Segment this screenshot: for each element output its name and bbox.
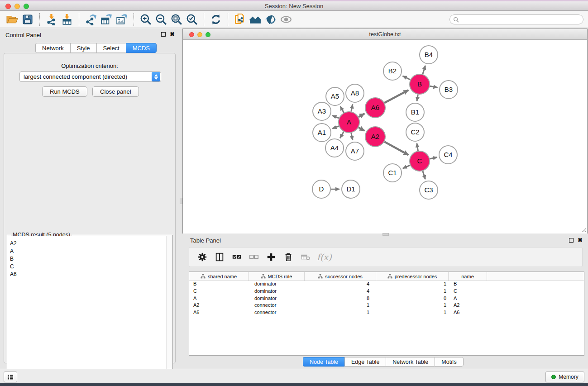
graph-node-A5[interactable]: A5: [326, 87, 344, 105]
graph-edge[interactable]: [359, 114, 364, 117]
graph-edge[interactable]: [423, 66, 425, 74]
mcds-result-item[interactable]: A: [8, 247, 166, 255]
float-panel-icon[interactable]: [569, 238, 574, 243]
network-window-titlebar[interactable]: testGlobe.txt: [183, 29, 587, 40]
graph-edge[interactable]: [359, 128, 364, 131]
refresh-view-button[interactable]: [208, 13, 224, 26]
import-network-button[interactable]: [44, 13, 59, 26]
graph-edge[interactable]: [430, 157, 437, 159]
save-session-button[interactable]: [20, 13, 35, 26]
graph-node-C4[interactable]: C4: [439, 146, 457, 164]
network-zoom-button[interactable]: [206, 32, 210, 37]
mcds-result-item[interactable]: B: [8, 255, 166, 262]
show-eye-button[interactable]: [278, 13, 294, 26]
graph-node-C[interactable]: C: [410, 151, 430, 171]
clone-network-button[interactable]: [232, 13, 248, 26]
table-settings-button[interactable]: [194, 249, 211, 265]
mcds-result-item[interactable]: A2: [8, 239, 166, 247]
graph-edge[interactable]: [430, 86, 438, 87]
graph-node-C3[interactable]: C3: [420, 181, 438, 199]
graph-edge[interactable]: [332, 115, 339, 118]
show-columns-button[interactable]: [211, 249, 228, 265]
graph-node-C1[interactable]: C1: [383, 164, 402, 182]
home-layout-button[interactable]: [248, 13, 263, 26]
graph-node-D[interactable]: D: [312, 180, 330, 198]
graph-node-B[interactable]: B: [410, 74, 430, 94]
close-panel-icon[interactable]: ✖: [170, 32, 175, 37]
mcds-result-item[interactable]: A6: [8, 271, 166, 278]
graph-node-A7[interactable]: A7: [346, 142, 364, 160]
graph-edge[interactable]: [423, 171, 425, 179]
delete-table-button[interactable]: [297, 249, 314, 265]
zoom-fit-button[interactable]: [169, 13, 184, 26]
add-column-button[interactable]: [263, 249, 280, 265]
column-header-successor-nodes[interactable]: successor nodes: [305, 272, 376, 281]
table-row[interactable]: Cdominator41C: [189, 288, 584, 295]
select-all-button[interactable]: [228, 249, 245, 265]
graph-node-A[interactable]: A: [339, 112, 359, 133]
criterion-select[interactable]: largest connected component (directed): [19, 71, 161, 82]
graph-edge[interactable]: [340, 132, 344, 138]
graph-edge[interactable]: [403, 76, 411, 80]
graph-edge[interactable]: [351, 133, 353, 140]
tab-style[interactable]: Style: [70, 43, 96, 53]
search-input[interactable]: [461, 16, 583, 23]
export-network-button[interactable]: [83, 13, 99, 26]
graph-node-A6[interactable]: A6: [365, 98, 385, 118]
graph-edge[interactable]: [340, 106, 344, 113]
graph-node-D1[interactable]: D1: [342, 180, 360, 198]
column-header-predecessor-nodes[interactable]: predecessor nodes: [376, 272, 449, 281]
graph-node-B1[interactable]: B1: [406, 103, 424, 121]
run-mcds-button[interactable]: Run MCDS: [42, 86, 87, 97]
network-canvas[interactable]: AA1A3A5A8A4A7A6A2BB2B4B3B1CC2C1C3C4DD1: [183, 40, 587, 234]
column-header-name[interactable]: name: [449, 272, 487, 281]
graph-edge[interactable]: [417, 95, 418, 101]
table-row[interactable]: A6connector11A6: [189, 310, 584, 317]
export-image-button[interactable]: [114, 13, 129, 26]
export-table-button[interactable]: [99, 13, 114, 26]
graph-edge[interactable]: [351, 104, 353, 111]
network-minimize-button[interactable]: [197, 32, 202, 37]
tab-motifs[interactable]: Motifs: [435, 357, 463, 367]
graph-node-A2[interactable]: A2: [365, 127, 385, 147]
network-close-button[interactable]: [189, 32, 194, 37]
table-row[interactable]: A2connector11A2: [189, 302, 584, 310]
graph-node-B2[interactable]: B2: [383, 62, 402, 80]
column-header-shared-name[interactable]: shared name: [189, 272, 249, 281]
zoom-in-button[interactable]: [138, 13, 153, 26]
table-row[interactable]: Bdominator41B: [189, 281, 584, 288]
tab-network[interactable]: Network: [35, 43, 70, 53]
graph-edge[interactable]: [417, 143, 418, 151]
graph-node-A1[interactable]: A1: [313, 124, 331, 142]
mcds-result-item[interactable]: C: [8, 263, 166, 271]
tab-mcds[interactable]: MCDS: [126, 43, 157, 53]
tab-edge-table[interactable]: Edge Table: [344, 357, 386, 367]
graph-node-A8[interactable]: A8: [346, 84, 364, 102]
splitter-handle[interactable]: [180, 198, 182, 204]
tab-node-table[interactable]: Node Table: [303, 357, 344, 367]
scrollbar-track[interactable]: [166, 236, 172, 386]
memory-button[interactable]: Memory: [545, 372, 584, 382]
hide-eye-button[interactable]: [263, 13, 278, 26]
close-panel-icon[interactable]: ✖: [578, 238, 583, 243]
tab-network-table[interactable]: Network Table: [386, 357, 435, 367]
graph-edge[interactable]: [384, 142, 408, 155]
float-panel-icon[interactable]: [161, 32, 166, 37]
tab-select[interactable]: Select: [96, 43, 126, 53]
table-row[interactable]: Adominator80A: [189, 295, 584, 303]
search-field[interactable]: [449, 14, 583, 24]
graph-node-B3[interactable]: B3: [440, 81, 458, 99]
graph-edge[interactable]: [332, 126, 339, 129]
function-builder-button[interactable]: f(x): [317, 252, 332, 262]
graph-node-C2[interactable]: C2: [406, 123, 424, 141]
graph-node-B4[interactable]: B4: [420, 46, 438, 64]
zoom-selected-button[interactable]: [184, 13, 200, 26]
minimize-window-button[interactable]: [14, 4, 20, 9]
deselect-all-button[interactable]: [245, 249, 263, 265]
close-window-button[interactable]: [5, 4, 11, 9]
graph-node-A3[interactable]: A3: [313, 102, 331, 120]
open-session-button[interactable]: [5, 13, 20, 26]
graph-edge[interactable]: [403, 165, 410, 168]
import-table-button[interactable]: [59, 13, 75, 26]
graph-edge[interactable]: [384, 90, 408, 103]
